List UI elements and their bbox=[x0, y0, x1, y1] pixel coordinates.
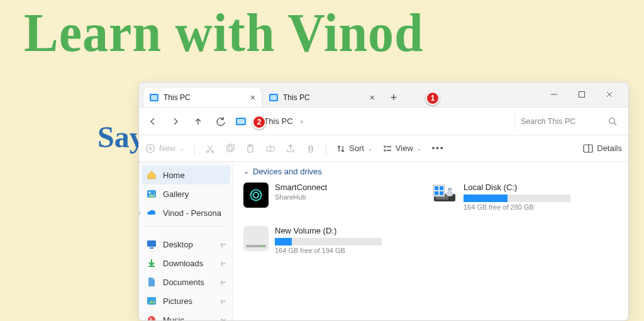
sidebar-item-home[interactable]: Home bbox=[142, 166, 230, 184]
documents-icon bbox=[147, 277, 157, 287]
usage-bar bbox=[464, 194, 570, 202]
callout-badge-2: 2 bbox=[252, 115, 266, 129]
drive-local-c[interactable]: Local Disk (C:) 164 GB free of 280 GB bbox=[432, 183, 596, 211]
pictures-icon bbox=[147, 296, 157, 306]
drive-name: SmartConnect bbox=[275, 183, 407, 192]
downloads-icon bbox=[147, 258, 157, 268]
svg-rect-26 bbox=[150, 247, 153, 249]
sidebar-item-label: Desktop bbox=[163, 240, 193, 249]
search-icon bbox=[608, 117, 617, 126]
drive-free-text: 164 GB free of 280 GB bbox=[464, 203, 596, 211]
address-bar: › This PC › Search This PC bbox=[139, 108, 628, 135]
sidebar-item-label: Home bbox=[163, 171, 185, 180]
onedrive-icon bbox=[147, 208, 157, 218]
monitor-icon bbox=[236, 118, 246, 125]
refresh-button[interactable] bbox=[213, 111, 228, 132]
tab-this-pc-2[interactable]: This PC × bbox=[262, 87, 382, 107]
svg-line-5 bbox=[614, 123, 617, 125]
smartconnect-icon bbox=[243, 183, 269, 208]
usage-fill bbox=[275, 238, 292, 245]
svg-rect-33 bbox=[440, 186, 443, 190]
pin-icon: ⊀ bbox=[218, 315, 228, 320]
usage-fill bbox=[464, 194, 508, 202]
chevron-down-icon: ⌄ bbox=[243, 167, 249, 176]
breadcrumb[interactable]: This PC bbox=[264, 116, 292, 126]
sidebar-item-label: Gallery bbox=[163, 189, 189, 199]
close-icon[interactable]: × bbox=[250, 93, 255, 103]
cut-button[interactable] bbox=[205, 144, 215, 154]
back-button[interactable] bbox=[145, 111, 160, 132]
drive-smartconnect[interactable]: SmartConnect ShareHub bbox=[243, 183, 407, 211]
new-button-label: New bbox=[159, 144, 175, 153]
svg-rect-35 bbox=[440, 191, 443, 195]
toolbar: New ⌄ Sort ⌄ View ⌄ bbox=[139, 135, 628, 162]
share-button[interactable] bbox=[286, 144, 296, 154]
new-tab-button[interactable]: + bbox=[384, 88, 403, 107]
chevron-right-icon: › bbox=[139, 210, 140, 217]
monitor-icon bbox=[150, 94, 158, 101]
paste-button[interactable] bbox=[245, 144, 255, 154]
pin-icon: ⊀ bbox=[218, 296, 228, 306]
page-subtitle: Say bbox=[97, 120, 145, 154]
svg-point-18 bbox=[384, 149, 386, 151]
new-button[interactable]: New ⌄ bbox=[145, 144, 184, 154]
page-title: Learn with Vinod bbox=[24, 3, 424, 65]
monitor-icon bbox=[269, 94, 278, 101]
forward-button[interactable] bbox=[168, 111, 183, 132]
sidebar-item-label: Downloads bbox=[163, 259, 203, 268]
tab-this-pc-1[interactable]: This PC × bbox=[143, 87, 262, 107]
maximize-button[interactable] bbox=[568, 82, 596, 107]
sidebar-item-music[interactable]: Music ⊀ bbox=[139, 310, 233, 320]
drive-name: New Volume (D:) bbox=[275, 226, 407, 235]
drive-sub: ShareHub bbox=[275, 193, 407, 201]
sidebar-item-documents[interactable]: Documents ⊀ bbox=[139, 273, 233, 291]
svg-rect-34 bbox=[435, 191, 438, 195]
sidebar-item-downloads[interactable]: Downloads ⊀ bbox=[139, 254, 233, 273]
svg-point-24 bbox=[149, 192, 151, 194]
desktop-icon bbox=[147, 239, 157, 249]
tab-label: This PC bbox=[283, 93, 365, 102]
svg-rect-32 bbox=[435, 186, 438, 190]
svg-point-4 bbox=[609, 118, 615, 123]
section-devices-drives[interactable]: ⌄ Devices and drives bbox=[243, 167, 618, 176]
chevron-down-icon: ⌄ bbox=[368, 145, 373, 152]
search-input[interactable]: Search This PC bbox=[515, 112, 622, 131]
view-button[interactable]: View ⌄ bbox=[383, 144, 422, 153]
callout-badge-1: 1 bbox=[426, 91, 440, 105]
svg-rect-1 bbox=[579, 92, 585, 98]
more-button[interactable]: ••• bbox=[432, 144, 445, 153]
search-placeholder: Search This PC bbox=[521, 117, 575, 126]
up-button[interactable] bbox=[191, 111, 206, 132]
minimize-button[interactable] bbox=[540, 82, 568, 107]
close-window-button[interactable] bbox=[596, 82, 623, 107]
sidebar-item-desktop[interactable]: Desktop ⊀ bbox=[139, 235, 233, 254]
drive-new-volume-d[interactable]: New Volume (D:) 164 GB free of 194 GB bbox=[243, 226, 407, 254]
divider bbox=[194, 142, 195, 155]
file-explorer-window: 1 2 This PC × This PC × + bbox=[138, 82, 629, 321]
pin-icon: ⊀ bbox=[218, 277, 228, 287]
rename-button[interactable] bbox=[265, 144, 275, 154]
close-icon[interactable]: × bbox=[370, 93, 375, 103]
sidebar: Home Gallery › Vinod - Persona Desktop ⊀… bbox=[139, 162, 233, 320]
divider bbox=[326, 142, 326, 155]
gallery-icon bbox=[147, 189, 157, 199]
pin-icon: ⊀ bbox=[218, 258, 228, 268]
pin-icon: ⊀ bbox=[218, 239, 228, 249]
chevron-down-icon: ⌄ bbox=[179, 145, 184, 152]
sidebar-item-pictures[interactable]: Pictures ⊀ bbox=[139, 291, 233, 310]
tab-strip: This PC × This PC × + bbox=[139, 82, 628, 108]
svg-rect-21 bbox=[584, 145, 592, 152]
copy-button[interactable] bbox=[225, 144, 235, 154]
sidebar-item-onedrive[interactable]: › Vinod - Persona bbox=[139, 203, 233, 222]
sort-button[interactable]: Sort ⌄ bbox=[336, 144, 373, 153]
sort-button-label: Sort bbox=[349, 144, 364, 153]
sidebar-item-label: Documents bbox=[163, 278, 204, 287]
usage-bar bbox=[275, 238, 382, 245]
sidebar-item-gallery[interactable]: Gallery bbox=[139, 184, 233, 203]
details-button[interactable]: Details bbox=[583, 144, 622, 153]
disk-icon bbox=[243, 226, 269, 251]
section-title: Devices and drives bbox=[253, 167, 322, 176]
delete-button[interactable] bbox=[306, 144, 316, 154]
sidebar-item-label: Music bbox=[163, 315, 184, 321]
chevron-right-icon: › bbox=[301, 116, 303, 126]
